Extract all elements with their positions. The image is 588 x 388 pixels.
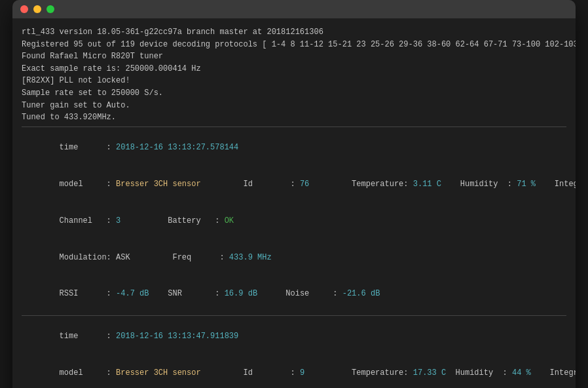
title-bar	[12, 0, 576, 18]
minimize-dot[interactable]	[33, 5, 41, 13]
record-2-time: time : 2018-12-16 13:13:47.911839	[22, 319, 566, 355]
boot-line-1: rtl_433 version 18.05-361-g22cc97a branc…	[22, 26, 566, 39]
record-1-rssi: RSSI : -4.7 dB SNR : 16.9 dB Noise : -21…	[22, 276, 566, 313]
record-1-time: time : 2018-12-16 13:13:27.578144	[22, 130, 566, 166]
boot-line-7: Tuner gain set to Auto.	[22, 100, 566, 112]
terminal-window: rtl_433 version 18.05-361-g22cc97a branc…	[12, 0, 576, 388]
boot-line-6: Sample rate set to 250000 S/s.	[22, 87, 566, 100]
record-1-channel: Channel : 3 Battery : OK	[22, 203, 566, 239]
boot-line-3: Found Rafael Micro R820T tuner	[22, 50, 566, 63]
record-1-model: model : Bresser 3CH sensor Id : 76 Tempe…	[22, 166, 566, 203]
close-dot[interactable]	[20, 5, 28, 13]
boot-line-4: Exact sample rate is: 250000.000414 Hz	[22, 63, 566, 75]
record-2-model: model : Bresser 3CH sensor Id : 9 Temper…	[22, 355, 566, 388]
record-2: time : 2018-12-16 13:13:47.911839 model …	[22, 319, 566, 388]
boot-line-2: Registered 95 out of 119 device decoding…	[22, 39, 566, 51]
record-1: time : 2018-12-16 13:13:27.578144 model …	[22, 130, 566, 313]
record-1-modulation: Modulation: ASK Freq : 433.9 MHz	[22, 239, 566, 276]
boot-line-8: Tuned to 433.920MHz.	[22, 111, 566, 124]
boot-line-5: [R82XX] PLL not locked!	[22, 75, 566, 87]
maximize-dot[interactable]	[46, 5, 54, 13]
terminal-body: rtl_433 version 18.05-361-g22cc97a branc…	[12, 18, 576, 388]
